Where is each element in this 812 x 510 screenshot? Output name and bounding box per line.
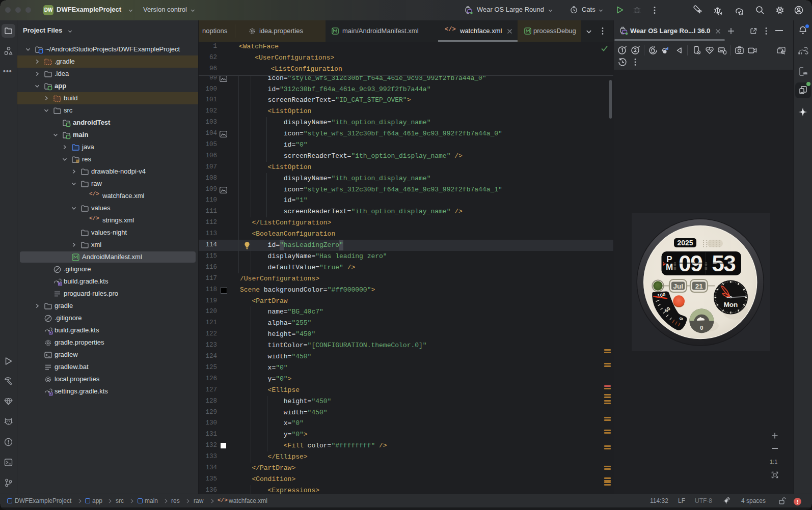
svg-text:0: 0 xyxy=(700,325,703,331)
svg-text:Mon: Mon xyxy=(724,301,738,308)
svg-text:M: M xyxy=(666,262,673,272)
svg-text:2025: 2025 xyxy=(677,239,693,247)
svg-text:Jul: Jul xyxy=(673,282,683,290)
svg-text:21: 21 xyxy=(695,282,703,290)
